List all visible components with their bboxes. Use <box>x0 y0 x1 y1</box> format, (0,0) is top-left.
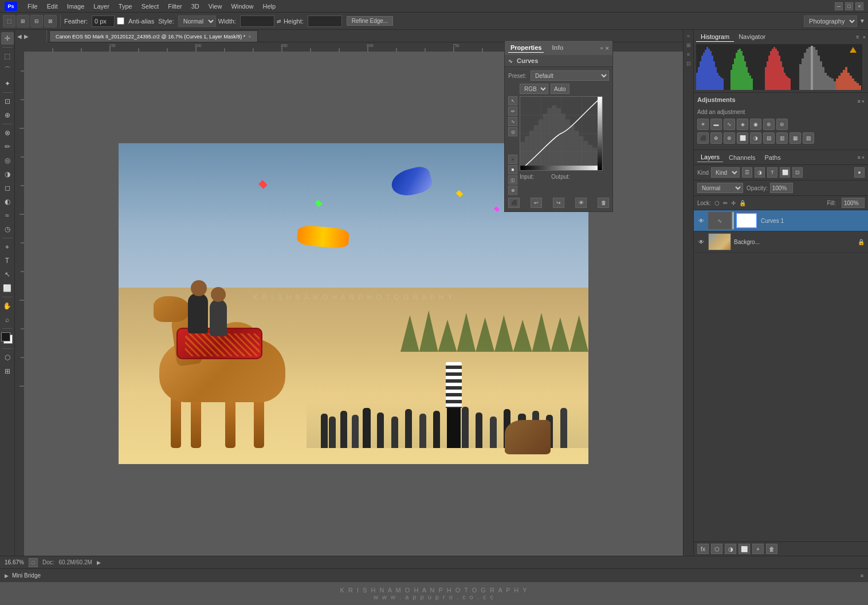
lock-all-icon[interactable]: 🔒 <box>739 200 746 206</box>
anti-alias-checkbox[interactable] <box>117 17 124 25</box>
color-lookup-btn[interactable]: ⬜ <box>737 132 748 144</box>
type-tool[interactable]: T <box>1 254 14 267</box>
clone-stamp-tool[interactable]: ◎ <box>1 154 14 167</box>
blur-tool[interactable]: ≈ <box>1 209 14 222</box>
height-input[interactable] <box>308 15 342 27</box>
lasso-tool[interactable]: ⌒ <box>1 64 14 76</box>
levels-btn[interactable]: ▬ <box>710 119 722 130</box>
subtract-selection-btn[interactable]: ⊟ <box>30 15 43 28</box>
menu-window[interactable]: Window <box>226 2 258 11</box>
vibrance-btn[interactable]: ◉ <box>750 119 761 130</box>
layer-fx-btn[interactable]: fx <box>697 544 709 554</box>
layer-filter-active-btn[interactable]: ● <box>854 167 865 178</box>
eraser-tool[interactable]: ◻ <box>1 182 14 194</box>
layer-eye-background[interactable]: 👁 <box>697 238 705 246</box>
layer-filter-smart-btn[interactable]: ⊡ <box>792 167 803 178</box>
selective-color-btn[interactable]: ▧ <box>803 132 814 144</box>
intersect-selection-btn[interactable]: ⊠ <box>44 15 57 28</box>
layer-eye-curves[interactable]: 👁 <box>697 217 705 225</box>
layers-close-btn[interactable]: × <box>862 155 865 160</box>
gradient-map-btn[interactable]: ▦ <box>790 132 801 144</box>
curves-redo-btn[interactable]: ↪ <box>553 198 564 208</box>
layer-new-btn[interactable]: + <box>752 544 764 554</box>
layers-tab[interactable]: Layers <box>697 152 723 162</box>
layer-comp-icon[interactable]: ≡ <box>686 50 691 58</box>
width-input[interactable] <box>240 15 274 27</box>
screen-mode-btn[interactable]: ⊞ <box>1 365 14 378</box>
preview-btn[interactable]: □ <box>29 558 38 567</box>
dodge-tool[interactable]: ◷ <box>1 223 14 235</box>
blend-mode-select[interactable]: Normal <box>697 183 743 193</box>
tab-nav-prev[interactable]: ◀ <box>17 33 22 40</box>
color-swatches[interactable] <box>1 332 14 345</box>
curves-info-tab[interactable]: Info <box>549 43 565 53</box>
curves-graph[interactable] <box>520 96 603 171</box>
dialog-close-btn[interactable]: × <box>606 45 609 52</box>
add-selection-btn[interactable]: ⊞ <box>17 15 29 28</box>
channel-mixer-btn[interactable]: ⊗ <box>724 132 735 144</box>
swap-icon[interactable]: ⇌ <box>277 18 281 24</box>
layer-delete-btn[interactable]: 🗑 <box>766 544 777 554</box>
posterize-btn[interactable]: ▤ <box>763 132 775 144</box>
color-balance-btn[interactable]: ⊜ <box>776 119 788 130</box>
curves-black-point[interactable]: ◾ <box>508 155 517 164</box>
menu-edit[interactable]: Edit <box>42 2 62 11</box>
close-button[interactable]: × <box>855 2 863 10</box>
menu-type[interactable]: Type <box>114 2 137 11</box>
layer-filter-shape-btn[interactable]: ⬜ <box>780 167 790 178</box>
layer-group-btn[interactable]: ⬜ <box>739 544 750 554</box>
menu-help[interactable]: Help <box>258 2 281 11</box>
photo-filter-btn[interactable]: ⊕ <box>710 132 722 144</box>
minimize-button[interactable]: ─ <box>835 2 843 10</box>
workspace-select[interactable]: Photography <box>804 15 857 27</box>
curves-select-tool[interactable]: ↖ <box>508 96 517 105</box>
curves-smooth-tool[interactable]: ∿ <box>508 117 517 126</box>
exposure-btn[interactable]: ◈ <box>737 119 748 130</box>
layer-mask-btn[interactable]: ⬡ <box>711 544 722 554</box>
menu-image[interactable]: Image <box>62 2 89 11</box>
style-select[interactable]: Normal <box>178 15 216 27</box>
lock-paint-icon[interactable]: ✏ <box>723 200 728 206</box>
shape-tool[interactable]: ⬜ <box>1 282 14 294</box>
layers-kind-select[interactable]: Kind <box>711 167 740 178</box>
fill-input[interactable] <box>842 198 865 208</box>
layer-filter-adj-btn[interactable]: ◑ <box>755 167 765 178</box>
eyedropper-tool[interactable]: ⊕ <box>1 109 14 121</box>
histogram-tab[interactable]: Histogram <box>696 32 734 42</box>
collapse-icon[interactable]: » <box>686 32 691 40</box>
layer-item-curves[interactable]: 👁 ∿ Curves 1 <box>694 210 868 231</box>
curves-properties-tab[interactable]: Properties <box>508 43 544 53</box>
gradient-tool[interactable]: ◐ <box>1 195 14 208</box>
mini-bridge-arrow[interactable]: ▶ <box>5 573 9 579</box>
menu-filter[interactable]: Filter <box>163 2 186 11</box>
menu-select[interactable]: Select <box>137 2 164 11</box>
curves-mid-point[interactable]: ◫ <box>508 175 517 184</box>
menu-layer[interactable]: Layer <box>89 2 114 11</box>
invert-btn[interactable]: ◑ <box>750 132 761 144</box>
curves-target-tool[interactable]: ◎ <box>508 127 517 136</box>
tab-nav-next[interactable]: ▶ <box>24 33 29 40</box>
mini-bridge-settings-btn[interactable]: ≡ <box>861 573 863 579</box>
status-arrow[interactable]: ▶ <box>97 560 101 565</box>
histogram-menu-btn[interactable]: ≡ <box>854 34 862 40</box>
layer-filter-pixel-btn[interactable]: ☰ <box>742 167 752 178</box>
curves-undo-btn[interactable]: ↩ <box>531 198 542 208</box>
histogram-close-btn[interactable]: × <box>863 34 866 40</box>
adj-close-btn[interactable]: × <box>862 99 865 104</box>
document-tab[interactable]: Canon EOS 5D Mark II_20120122_24395.cr2 … <box>49 30 258 42</box>
path-select-tool[interactable]: ↖ <box>1 268 14 281</box>
curves-btn[interactable]: ∿ <box>724 119 735 130</box>
curves-eyedropper[interactable]: ⊕ <box>508 186 517 195</box>
threshold-btn[interactable]: ▥ <box>776 132 788 144</box>
history-icon[interactable]: ⊡ <box>685 60 692 68</box>
crop-tool[interactable]: ⊡ <box>1 95 14 108</box>
maximize-button[interactable]: □ <box>845 2 853 10</box>
curves-visibility-btn[interactable]: 👁 <box>575 198 587 208</box>
expand-icon[interactable]: ⊞ <box>685 41 692 49</box>
opacity-input[interactable] <box>770 183 793 193</box>
menu-3d[interactable]: 3D <box>187 2 204 11</box>
move-tool[interactable]: ✛ <box>1 32 14 45</box>
paths-tab[interactable]: Paths <box>761 153 784 162</box>
curves-pencil-tool[interactable]: ✏ <box>508 107 517 116</box>
brightness-contrast-btn[interactable]: ☀ <box>697 119 709 130</box>
